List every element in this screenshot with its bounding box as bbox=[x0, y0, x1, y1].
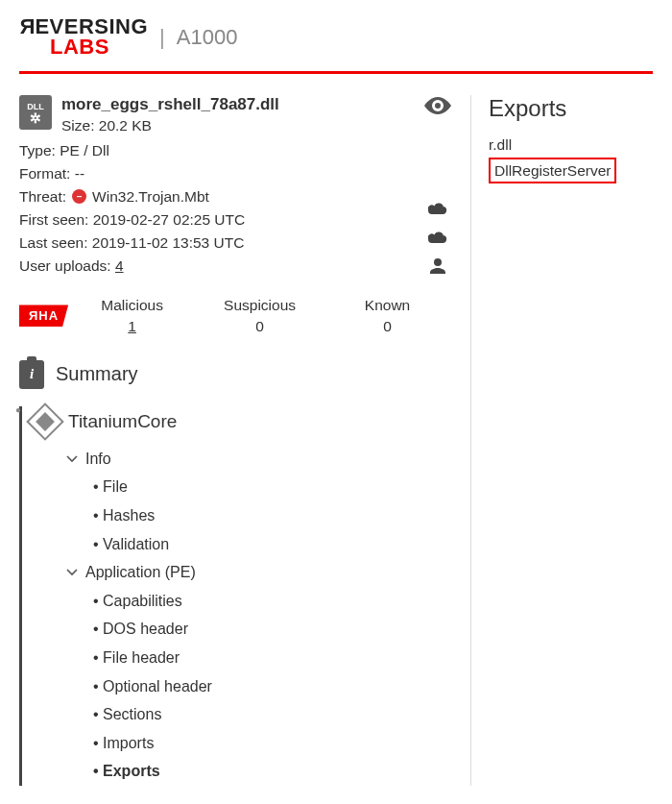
tree-item-dos-header[interactable]: DOS header bbox=[93, 615, 451, 644]
tree-group-info-label: Info bbox=[85, 445, 111, 474]
export-item-highlighted[interactable]: DllRegisterServer bbox=[489, 158, 616, 183]
chevron-down-icon bbox=[66, 449, 78, 470]
tree-item-file-header[interactable]: File header bbox=[93, 644, 451, 672]
summary-icon: i bbox=[19, 360, 44, 389]
tree-item-exports[interactable]: Exports bbox=[93, 757, 451, 786]
file-first-seen: First seen: 2019-02-27 02:25 UTC bbox=[19, 208, 451, 231]
tree-item-validation[interactable]: Validation bbox=[93, 530, 451, 559]
tree-group-info[interactable]: Info bbox=[66, 445, 451, 474]
titaniumcore-title: TitaniumCore bbox=[68, 411, 177, 432]
tree-item-optional-header[interactable]: Optional header bbox=[93, 672, 451, 701]
file-size: Size: 20.2 KB bbox=[61, 114, 279, 137]
tree-item-hashes[interactable]: Hashes bbox=[93, 501, 451, 530]
summary-header: i Summary bbox=[19, 360, 451, 389]
visibility-icon[interactable] bbox=[424, 95, 451, 120]
tree-group-application[interactable]: Application (PE) bbox=[66, 558, 451, 587]
exports-panel: Exports r.dll DllRegisterServer bbox=[470, 95, 653, 786]
brand-logo: REVERSING LABS bbox=[19, 17, 148, 58]
file-type-badge: DLL ✲ bbox=[19, 95, 52, 130]
tree-item-file[interactable]: File bbox=[93, 473, 451, 501]
file-threat: Threat: – Win32.Trojan.Mbt bbox=[19, 185, 451, 208]
app-header: REVERSING LABS | A1000 bbox=[19, 17, 653, 71]
stat-suspicious[interactable]: Suspicious 0 bbox=[196, 297, 324, 335]
product-name: A1000 bbox=[177, 25, 238, 50]
stats-row: ЯHA Malicious 1 Suspicious 0 Known 0 bbox=[19, 297, 451, 335]
cloud-last-seen-icon bbox=[428, 230, 447, 247]
user-uploads-icon bbox=[430, 258, 445, 278]
file-type: Type: PE / Dll bbox=[19, 139, 451, 162]
cloud-first-seen-icon bbox=[428, 201, 447, 218]
file-name: more_eggs_rshell_78a87.dll bbox=[61, 95, 279, 114]
file-user-uploads: User uploads: 4 bbox=[19, 255, 451, 278]
tree-item-capabilities[interactable]: Capabilities bbox=[93, 587, 451, 616]
stat-known[interactable]: Known 0 bbox=[324, 297, 451, 335]
diamond-icon bbox=[26, 402, 64, 441]
threat-icon: – bbox=[72, 189, 86, 204]
file-last-seen: Last seen: 2019-11-02 13:53 UTC bbox=[19, 231, 451, 255]
file-format: Format: -- bbox=[19, 162, 451, 185]
tree-item-imports[interactable]: Imports bbox=[93, 729, 451, 758]
tree-group-application-label: Application (PE) bbox=[85, 558, 196, 587]
export-item[interactable]: r.dll bbox=[489, 134, 653, 156]
chevron-down-icon bbox=[66, 562, 78, 583]
titaniumcore-row[interactable]: TitaniumCore bbox=[26, 406, 451, 445]
exports-title: Exports bbox=[489, 95, 653, 122]
tree-block: TitaniumCore Info File Hashes Validation bbox=[19, 406, 451, 786]
tree-item-sections[interactable]: Sections bbox=[93, 700, 451, 729]
user-uploads-link[interactable]: 4 bbox=[115, 257, 124, 274]
header-rule bbox=[19, 71, 653, 74]
stat-malicious[interactable]: Malicious 1 bbox=[68, 297, 196, 335]
summary-title: Summary bbox=[56, 363, 138, 385]
file-header: DLL ✲ more_eggs_rshell_78a87.dll Size: 2… bbox=[19, 95, 451, 278]
rha-badge: ЯHA bbox=[19, 305, 68, 327]
header-divider: | bbox=[159, 25, 165, 50]
gear-icon: ✲ bbox=[30, 111, 41, 125]
